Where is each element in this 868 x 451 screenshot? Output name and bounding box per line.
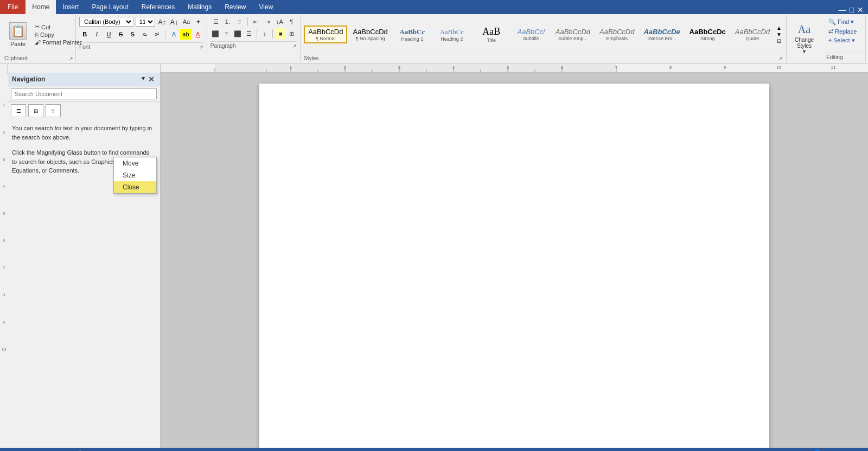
line-spacing-button[interactable]: ↕ <box>260 28 270 39</box>
change-styles-button[interactable]: Aa ChangeStyles ▼ <box>787 15 822 62</box>
style-intense-emphasis[interactable]: AaBbCcDe Intense Em... <box>640 26 684 43</box>
context-menu-close[interactable]: Close <box>114 181 156 193</box>
style-strong[interactable]: AaBbCcDc Strong <box>686 26 730 43</box>
text-highlight-button[interactable]: ab <box>180 29 191 40</box>
shrink-font-button[interactable]: A↓ <box>169 16 179 27</box>
nav-headings-tab[interactable]: ☰ <box>11 104 26 117</box>
sort-button[interactable]: ↕A <box>275 16 285 27</box>
style-intense-emphasis-text: AaBbCcDe <box>643 28 680 36</box>
svg-text:1: 1 <box>290 65 292 70</box>
clipboard-expand-icon[interactable]: ↗ <box>69 56 73 61</box>
change-styles-arrow: ▼ <box>802 49 807 54</box>
style-heading2-text: AaBbCc <box>439 28 464 36</box>
replace-button[interactable]: ⇄ Replace <box>826 27 861 36</box>
styles-group: AaBbCcDd ¶ Normal AaBbCcDd ¶ No Spacing … <box>301 15 787 62</box>
styles-scroll-up[interactable]: ▲ ▼ ⊡ <box>775 24 783 45</box>
navigation-header: Navigation ▾ ✕ <box>8 73 160 86</box>
horizontal-ruler: 1 2 3 4 5 6 7 8 9 10 11 12 13 <box>161 64 868 73</box>
format-painter-icon: 🖌 <box>35 39 41 46</box>
underline-button[interactable]: U <box>103 29 114 40</box>
svg-rect-1 <box>215 64 616 73</box>
strikethrough-button[interactable]: S <box>116 29 126 40</box>
styles-expand-icon[interactable]: ↗ <box>778 56 783 61</box>
separator <box>165 30 165 39</box>
style-strong-text: AaBbCcDc <box>690 28 726 36</box>
show-hide-button[interactable]: ¶ <box>286 16 297 27</box>
style-title[interactable]: AaB Title <box>473 24 510 45</box>
style-title-text: AaB <box>482 26 500 37</box>
select-button[interactable]: ⌖ Select ▾ <box>826 36 861 45</box>
nav-results-tab[interactable]: ≡ <box>46 104 61 117</box>
text-effect-button[interactable]: A <box>168 29 179 40</box>
tab-page-layout[interactable]: Page Layout <box>85 0 135 14</box>
paragraph-expand-icon[interactable]: ↗ <box>292 43 297 49</box>
tab-insert[interactable]: Insert <box>56 0 85 14</box>
paragraph-group: ☰ 1. ≡ ⇤ ⇥ ↕A ¶ ⬛ ≡ ⬛ ☰ ↕ ■ ⊞ Paragraph … <box>207 15 301 62</box>
tab-references[interactable]: References <box>135 0 181 14</box>
context-menu: Move Size Close <box>113 157 157 194</box>
paste-label: Paste <box>10 41 25 47</box>
context-menu-move[interactable]: Move <box>114 157 156 169</box>
double-strikethrough-button[interactable]: S̶ <box>127 29 138 40</box>
paste-button[interactable]: 📋 Paste <box>4 20 31 49</box>
change-case-button[interactable]: Aa <box>181 16 191 27</box>
context-menu-size[interactable]: Size <box>114 169 156 181</box>
style-emphasis[interactable]: AaBbCcDd Emphasis <box>596 26 638 43</box>
style-subtitle-label: Subtitle <box>523 36 539 41</box>
font-family-select[interactable]: Calibri (Body) <box>79 17 133 27</box>
chevron-down-icon[interactable]: ▾ <box>142 75 145 84</box>
style-subtle-emphasis-label: Subtle Emp... <box>558 36 588 41</box>
svg-text:6: 6 <box>2 238 5 243</box>
document-area[interactable] <box>161 73 868 448</box>
borders-button[interactable]: ⊞ <box>287 28 297 39</box>
workspace: 1 2 3 4 5 6 7 8 9 10 Navigation ▾ ✕ <box>0 73 868 448</box>
superscript-button[interactable]: x² <box>151 29 162 40</box>
style-subtitle[interactable]: AaBbCci Subtitle <box>512 26 550 43</box>
multilevel-list-button[interactable]: ≡ <box>234 16 245 27</box>
style-subtitle-text: AaBbCci <box>517 28 545 36</box>
increase-indent-button[interactable]: ⇥ <box>263 16 273 27</box>
font-color-button[interactable]: A <box>193 29 203 40</box>
font-size-select[interactable]: 11 <box>136 17 155 27</box>
style-quote-label: Quote <box>746 36 760 41</box>
close-button[interactable]: ✕ <box>857 5 864 14</box>
align-left-button[interactable]: ⬛ <box>210 28 221 39</box>
find-button[interactable]: 🔍 Find ▾ <box>826 17 861 27</box>
copy-icon: ⎘ <box>35 31 39 38</box>
font-expand-icon[interactable]: ↗ <box>199 45 203 50</box>
style-no-spacing[interactable]: AaBbCcDd ¶ No Spacing <box>349 26 391 43</box>
clear-formatting-button[interactable]: ✦ <box>194 16 203 27</box>
clipboard-group: 📋 Paste ✂ Cut ⎘ Copy 🖌 Format Painter C <box>2 15 76 62</box>
bold-button[interactable]: B <box>79 29 90 40</box>
grow-font-button[interactable]: A↑ <box>157 16 167 27</box>
search-input[interactable] <box>11 88 157 99</box>
navigation-close-button[interactable]: ✕ <box>147 75 156 84</box>
style-heading1[interactable]: AaBbCc Heading 1 <box>393 26 431 43</box>
subscript-button[interactable]: x₂ <box>139 29 150 40</box>
numbering-button[interactable]: 1. <box>222 16 233 27</box>
svg-text:5: 5 <box>507 65 509 70</box>
svg-text:10: 10 <box>1 347 6 352</box>
tab-home[interactable]: Home <box>25 0 56 14</box>
shading-button[interactable]: ■ <box>276 28 286 39</box>
svg-text:2: 2 <box>344 65 347 70</box>
bullets-button[interactable]: ☰ <box>210 16 221 27</box>
style-quote[interactable]: AaBbCcDd Quote <box>731 26 774 43</box>
style-normal[interactable]: AaBbCcDd ¶ Normal <box>304 26 347 43</box>
minimize-button[interactable]: — <box>839 5 846 14</box>
tab-mailings[interactable]: Mailings <box>181 0 218 14</box>
nav-pages-tab[interactable]: ⊟ <box>28 104 43 117</box>
tab-review[interactable]: Review <box>218 0 252 14</box>
italic-button[interactable]: I <box>91 29 102 40</box>
tab-view[interactable]: View <box>253 0 280 14</box>
tab-file[interactable]: File <box>0 0 25 14</box>
align-right-button[interactable]: ⬛ <box>233 28 243 39</box>
style-emphasis-text: AaBbCcDd <box>599 28 634 36</box>
style-heading2[interactable]: AaBbCc Heading 2 <box>433 26 471 43</box>
restore-button[interactable]: □ <box>850 5 854 14</box>
align-center-button[interactable]: ≡ <box>221 28 232 39</box>
decrease-indent-button[interactable]: ⇤ <box>251 16 261 27</box>
style-subtle-emphasis[interactable]: AaBbCcDd Subtle Emp... <box>552 26 594 43</box>
style-heading2-label: Heading 2 <box>441 36 463 42</box>
justify-button[interactable]: ☰ <box>244 28 254 39</box>
